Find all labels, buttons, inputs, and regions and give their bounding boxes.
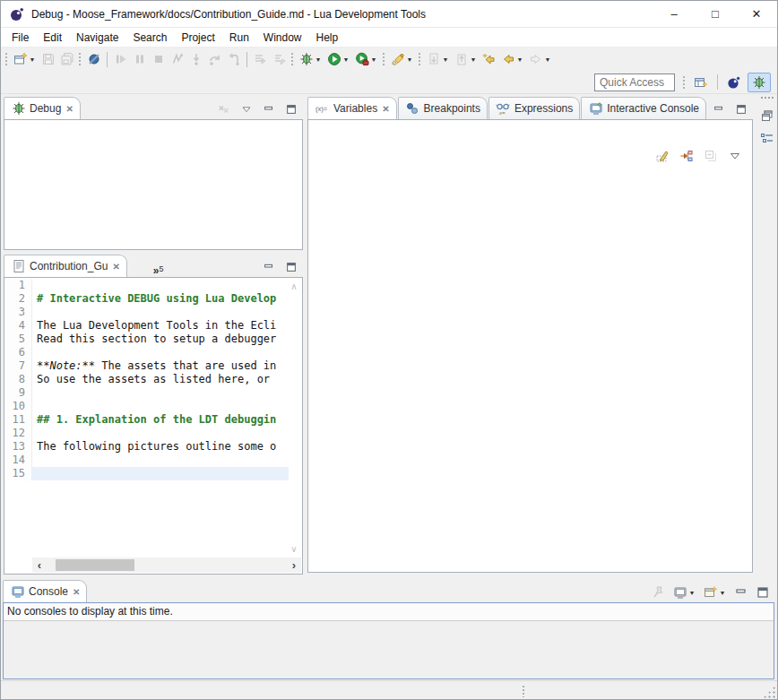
external-tools-button[interactable]: ▼ [353,49,379,69]
toolbar-drag-handle[interactable] [418,52,421,66]
maximize-button[interactable] [282,257,299,277]
close-tab-icon[interactable]: ✕ [65,104,73,114]
maximize-button[interactable] [732,99,749,119]
toolbar-drag-handle[interactable] [78,52,82,66]
next-annotation-button[interactable]: ▼ [425,49,451,69]
suspend-button[interactable] [131,49,148,69]
editor-line-11[interactable]: 11## 1. Explanation of the LDT debuggin [5,413,289,427]
hidden-editor-tabs-chevron[interactable]: »5 [153,262,164,277]
editor-text-area[interactable]: 12# Interactive DEBUG using Lua Develop3… [5,279,289,557]
mark-occurrences-button[interactable]: ▼ [389,49,415,69]
view-menu-button[interactable] [238,99,255,119]
dropdown-arrow-icon[interactable]: ▼ [28,49,37,69]
menu-run[interactable]: Run [222,30,256,46]
editor-line-3[interactable]: 3 [5,306,289,319]
scrollbar-thumb[interactable] [56,559,134,571]
outline-view-button[interactable] [757,129,777,149]
scrollbar-track[interactable] [47,557,287,573]
editor-line-6[interactable]: 6 [5,346,289,359]
editor-line-12[interactable]: 12 [5,427,289,440]
variables-content[interactable] [307,119,753,573]
step-into-button[interactable] [187,49,204,69]
editor-line-14[interactable]: 14 [5,454,289,467]
open-console-button[interactable]: ▼ [702,583,728,602]
close-tab-icon[interactable]: ✕ [73,587,80,597]
editor-content[interactable]: 12# Interactive DEBUG using Lua Develop3… [4,277,303,575]
open-perspective-button[interactable] [689,73,713,92]
show-logical-structures-button[interactable] [678,146,695,166]
display-selected-console-button[interactable]: ▼ [671,583,697,602]
dropdown-arrow-icon[interactable]: ▼ [515,49,524,69]
dropdown-arrow-icon[interactable]: ▼ [314,49,323,69]
horizontal-scrollbar[interactable]: ‹ › [32,557,301,573]
dropdown-arrow-icon[interactable]: ▼ [441,49,450,69]
tab-debug[interactable]: Debug ✕ [4,97,81,119]
save-button[interactable] [39,49,56,69]
menu-help[interactable]: Help [309,30,346,46]
step-over-button[interactable] [206,49,223,69]
dropdown-arrow-icon[interactable]: ▼ [341,49,350,69]
debug-perspective-button[interactable] [748,73,771,92]
editor-line-1[interactable]: 1 [5,279,289,292]
back-button[interactable]: ▼ [499,49,525,69]
dropdown-arrow-icon[interactable]: ▼ [543,49,552,69]
scroll-up-icon[interactable]: ∧ [289,281,299,291]
save-all-button[interactable] [58,49,75,69]
tab-expressions[interactable]: x= Expressions [488,97,580,119]
maximize-window-button[interactable]: □ [695,1,736,27]
tab-breakpoints[interactable]: Breakpoints [398,97,488,119]
forward-button[interactable]: ▼ [527,49,553,69]
toolbar-drag-handle[interactable] [382,52,385,66]
toolbar-drag-handle[interactable] [290,52,294,66]
view-menu-button[interactable] [726,146,743,166]
restore-views-button[interactable] [757,106,777,125]
maximize-button[interactable] [282,99,299,119]
debug-button[interactable]: ▼ [298,49,324,69]
editor-line-4[interactable]: 4The Lua Development Tools in the Ecli [5,319,289,333]
close-window-button[interactable]: ✕ [736,1,777,27]
menu-project[interactable]: Project [174,30,221,46]
maximize-button[interactable] [754,583,771,602]
tab-console[interactable]: Console ✕ [3,580,87,602]
resize-grip[interactable] [763,686,775,698]
editor-line-9[interactable]: 9 [5,386,289,400]
remove-all-terminated-button[interactable] [215,99,232,119]
quick-access-input[interactable] [594,73,675,91]
minimize-button[interactable] [732,583,749,602]
terminate-button[interactable] [150,49,167,69]
close-tab-icon[interactable]: ✕ [112,262,119,272]
editor-line-7[interactable]: 7**Note:** The assets that are used in [5,359,289,373]
minimize-button[interactable] [260,99,277,119]
scroll-right-icon[interactable]: › [287,558,301,572]
editor-line-15[interactable]: 15 [5,467,289,480]
run-button[interactable]: ▼ [325,49,351,69]
menu-edit[interactable]: Edit [36,30,69,46]
editor-line-13[interactable]: 13The following pictures outline some o [5,440,289,454]
lua-perspective-button[interactable] [722,73,746,92]
scroll-down-icon[interactable]: ∨ [289,544,299,554]
dropdown-arrow-icon[interactable]: ▼ [369,49,378,69]
editor-line-2[interactable]: 2# Interactive DEBUG using Lua Develop [5,292,289,306]
close-tab-icon[interactable]: ✕ [382,104,389,114]
tab-variables[interactable]: (x)= Variables ✕ [307,97,397,119]
dropdown-arrow-icon[interactable]: ▼ [687,583,696,602]
menu-file[interactable]: File [4,30,36,46]
toolbar-drag-handle[interactable] [4,52,8,66]
scroll-left-icon[interactable]: ‹ [32,558,47,572]
show-type-names-button[interactable] [653,146,670,166]
previous-annotation-button[interactable]: ▼ [453,49,479,69]
step-return-button[interactable] [225,49,242,69]
editor-line-8[interactable]: 8So use the assets as listed here, or [5,373,289,386]
collapse-all-button[interactable] [702,146,719,166]
minimize-window-button[interactable]: – [653,1,695,27]
minimize-button[interactable] [710,99,727,119]
last-edit-location-button[interactable] [480,49,497,69]
dropdown-arrow-icon[interactable]: ▼ [405,49,414,69]
resume-button[interactable] [112,49,129,69]
use-step-filters-button[interactable] [252,49,269,69]
menu-navigate[interactable]: Navigate [69,30,125,46]
tab-interactive-console[interactable]: Interactive Console [581,97,706,119]
step-filters-config-button[interactable] [271,49,288,69]
disconnect-button[interactable] [169,49,186,69]
pin-console-button[interactable] [650,583,667,602]
